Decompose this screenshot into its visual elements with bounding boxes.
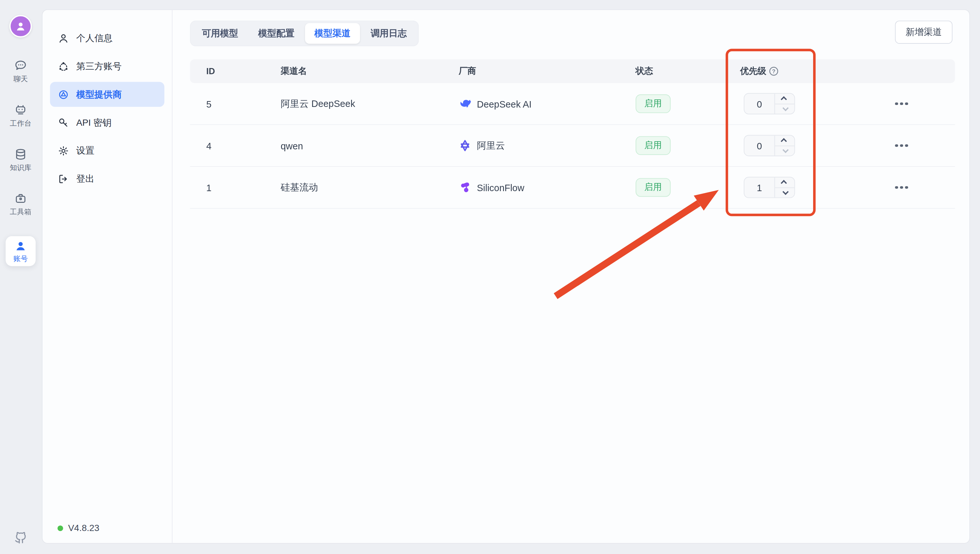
qwen-icon	[459, 139, 472, 152]
share-icon	[57, 60, 69, 72]
chevron-down-icon	[782, 105, 789, 111]
increment-button[interactable]	[775, 135, 794, 145]
decrement-button[interactable]	[775, 145, 794, 156]
priority-value[interactable]: 1	[744, 178, 774, 197]
svg-text:?: ?	[772, 68, 776, 75]
chevron-up-icon	[781, 180, 787, 186]
cell-actions	[892, 99, 955, 109]
cell-id: 4	[190, 140, 280, 151]
priority-value[interactable]: 0	[744, 135, 774, 156]
rail-item-label: 知识库	[10, 163, 32, 172]
rail-item-label: 工作台	[10, 119, 32, 128]
sidebar-item-settings[interactable]: 设置	[50, 138, 164, 163]
rail-item-workbench[interactable]: 工作台	[4, 103, 37, 128]
tab-available-models[interactable]: 可用模型	[193, 23, 248, 44]
logout-icon	[57, 173, 69, 185]
sidebar-item-label: 登出	[76, 173, 94, 185]
cell-vendor: DeepSeek AI	[459, 97, 636, 110]
vendor-name: SiliconFlow	[477, 182, 524, 193]
rail-item-label: 聊天	[13, 74, 27, 84]
gear-icon	[57, 145, 69, 156]
add-channel-button[interactable]: 新增渠道	[895, 21, 953, 44]
sidebar-item-label: 第三方账号	[76, 60, 121, 72]
tab-model-channels[interactable]: 模型渠道	[305, 23, 360, 44]
cell-priority: 1	[740, 177, 892, 198]
priority-stepper[interactable]: 0	[744, 93, 795, 115]
cell-actions	[892, 182, 955, 193]
sidebar-item-profile[interactable]: 个人信息	[50, 25, 164, 51]
github-link[interactable]	[0, 530, 41, 544]
deepseek-icon	[459, 97, 472, 110]
knowledge-base-icon	[14, 147, 27, 161]
row-menu-button[interactable]	[892, 140, 910, 151]
sidebar-item-label: API 密钥	[76, 117, 112, 129]
cell-vendor: 阿里云	[459, 139, 636, 152]
priority-stepper[interactable]: 1	[744, 177, 795, 198]
chevron-down-icon	[782, 189, 789, 195]
tab-call-logs[interactable]: 调用日志	[361, 23, 416, 44]
cell-id: 5	[190, 99, 280, 109]
increment-button[interactable]	[775, 178, 794, 187]
rail-item-toolbox[interactable]: 工具箱	[4, 192, 37, 217]
version-info: V4.8.23	[57, 523, 99, 533]
account-icon	[14, 239, 27, 253]
rail-item-account[interactable]: 账号	[5, 236, 36, 266]
person-icon	[14, 19, 27, 33]
chevron-up-icon	[781, 138, 787, 145]
cell-channel-name: 阿里云 DeepSeek	[280, 98, 459, 110]
user-icon	[57, 32, 69, 44]
app-root: 聊天 工作台 知识库	[0, 0, 980, 554]
sidebar-item-third-party[interactable]: 第三方账号	[50, 54, 164, 79]
cell-id: 1	[190, 182, 280, 193]
column-header-vendor: 厂商	[459, 65, 636, 77]
siliconflow-icon	[459, 181, 472, 194]
cell-priority: 0	[740, 93, 892, 115]
sidebar-item-label: 模型提供商	[76, 88, 121, 100]
chevron-down-icon	[782, 147, 789, 153]
account-sidebar: 个人信息 第三方账号	[43, 10, 172, 543]
status-badge: 启用	[636, 136, 671, 155]
workbench-icon	[14, 103, 27, 117]
rail-nav: 聊天 工作台 知识库	[4, 59, 37, 266]
tab-bar: 可用模型 模型配置 模型渠道 调用日志	[190, 21, 419, 46]
row-menu-button[interactable]	[892, 182, 910, 193]
column-header-id: ID	[190, 66, 280, 76]
row-menu-button[interactable]	[892, 99, 910, 109]
sidebar-item-model-providers[interactable]: 模型提供商	[50, 82, 164, 107]
table-row: 4 qwen 阿里云 启用 0	[190, 125, 955, 167]
status-badge: 启用	[636, 94, 671, 113]
column-header-status: 状态	[636, 65, 740, 77]
vendor-name: DeepSeek AI	[477, 99, 531, 109]
sidebar-item-api-keys[interactable]: API 密钥	[50, 110, 164, 135]
sidebar-item-logout[interactable]: 登出	[50, 166, 164, 191]
increment-button[interactable]	[775, 94, 794, 103]
priority-stepper[interactable]: 0	[744, 135, 795, 156]
cell-status: 启用	[636, 136, 740, 155]
rail-item-knowledge-base[interactable]: 知识库	[4, 147, 37, 172]
user-avatar[interactable]	[10, 15, 32, 37]
channels-table: ID 渠道名 厂商 状态 优先级 ? 5 阿	[190, 59, 955, 209]
tab-model-config[interactable]: 模型配置	[249, 23, 304, 44]
decrement-button[interactable]	[775, 187, 794, 197]
chat-icon	[14, 59, 27, 72]
status-badge: 启用	[636, 178, 671, 197]
sidebar-item-label: 个人信息	[76, 32, 112, 44]
help-icon[interactable]: ?	[769, 66, 779, 76]
rail-item-chat[interactable]: 聊天	[4, 59, 37, 84]
table-header: ID 渠道名 厂商 状态 优先级 ?	[190, 59, 955, 83]
priority-value[interactable]: 0	[744, 94, 774, 114]
github-icon	[13, 530, 28, 544]
chevron-up-icon	[781, 96, 787, 102]
decrement-button[interactable]	[775, 103, 794, 114]
cell-channel-name: qwen	[280, 140, 459, 151]
cell-channel-name: 硅基流动	[280, 181, 459, 193]
rail-item-label: 工具箱	[10, 207, 32, 217]
cell-actions	[892, 140, 955, 151]
cell-priority: 0	[740, 135, 892, 156]
status-dot	[57, 525, 63, 531]
main-panel: 个人信息 第三方账号	[42, 10, 970, 544]
vendor-name: 阿里云	[477, 140, 505, 151]
rail-item-label: 账号	[13, 254, 27, 263]
table-row: 1 硅基流动 SiliconFlow 启用 1	[190, 167, 955, 209]
table-row: 5 阿里云 DeepSeek DeepSeek AI 启用 0	[190, 83, 955, 125]
